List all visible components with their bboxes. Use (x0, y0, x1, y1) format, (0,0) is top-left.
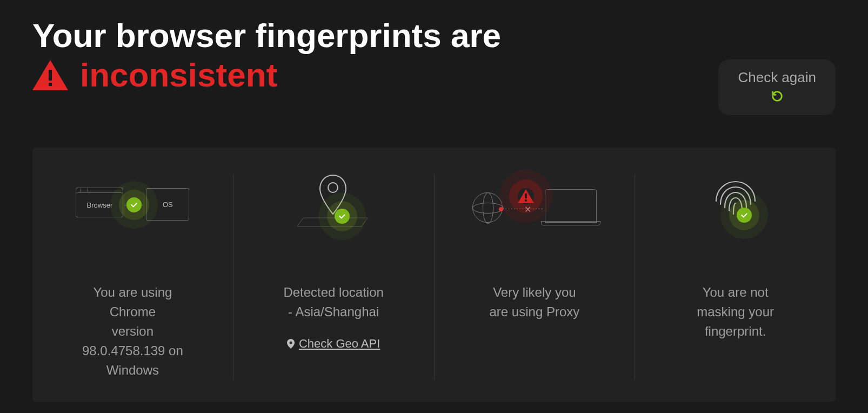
warning-triangle-icon (32, 60, 68, 90)
page-title: Your browser fingerprints are (32, 16, 627, 55)
check-badge-icon (737, 208, 752, 223)
svg-rect-2 (49, 83, 52, 86)
svg-rect-6 (525, 194, 527, 198)
svg-point-3 (328, 183, 338, 192)
page-root: Your browser fingerprints are inconsiste… (0, 0, 868, 402)
laptop-icon (545, 189, 597, 223)
check-badge-icon (126, 197, 142, 212)
card-proxy: ✕ Very likely you are using Proxy (434, 175, 635, 380)
svg-rect-1 (49, 70, 52, 81)
os-box-label: OS (163, 201, 173, 209)
card-location-text: Detected location - Asia/Shanghai (283, 283, 383, 322)
svg-point-4 (289, 342, 292, 344)
warning-badge-icon (518, 188, 534, 204)
card-browser-os-text: You are using Chrome version 98.0.4758.1… (82, 283, 183, 380)
status-word: inconsistent (80, 57, 277, 94)
map-pin-small-icon (287, 339, 295, 349)
card-location: Detected location - Asia/Shanghai Check … (233, 175, 434, 380)
browser-box-label: Browser (87, 201, 113, 209)
browser-box: Browser (76, 192, 123, 217)
os-box: OS (146, 188, 189, 221)
card-fingerprint: You are not masking your fingerprint. (635, 175, 836, 380)
status-line: inconsistent (32, 57, 836, 94)
card-fingerprint-text: You are not masking your fingerprint. (697, 283, 774, 341)
reload-icon (771, 90, 783, 104)
proxy-illustration: ✕ (472, 175, 597, 239)
card-browser-os: Browser OS You are using Chrome version … (32, 175, 233, 380)
fingerprint-illustration (698, 175, 773, 239)
check-geo-api-link[interactable]: Check Geo API (287, 337, 380, 351)
location-illustration (290, 175, 377, 239)
card-proxy-text: Very likely you are using Proxy (490, 283, 580, 322)
headline-prefix: Your browser fingerprints are (32, 17, 501, 54)
cards-panel: Browser OS You are using Chrome version … (32, 148, 836, 402)
globe-icon (472, 192, 503, 223)
check-again-button[interactable]: Check again (718, 59, 836, 115)
fingerprint-icon (710, 177, 762, 229)
browser-os-illustration: Browser OS (76, 175, 189, 239)
svg-rect-7 (525, 199, 527, 202)
check-again-label: Check again (738, 69, 816, 86)
check-geo-api-label: Check Geo API (299, 337, 380, 351)
x-mark-icon: ✕ (524, 204, 531, 215)
